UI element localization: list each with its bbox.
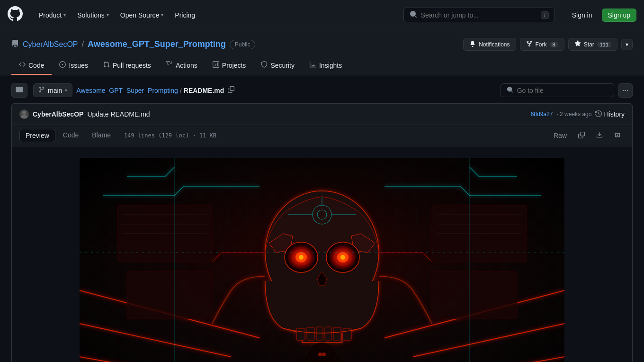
branch-name: main [48, 87, 62, 94]
svg-rect-36 [325, 327, 331, 340]
file-actions-right: Raw [550, 130, 625, 142]
svg-point-46 [322, 353, 326, 356]
more-options-button[interactable]: ··· [618, 83, 633, 98]
readme-banner-image [80, 158, 564, 362]
add-star-button[interactable]: ▾ [621, 39, 633, 50]
svg-rect-34 [307, 327, 314, 340]
repo-path-link[interactable]: Awesome_GPT_Super_Prompting [76, 87, 178, 94]
tab-projects-label: Projects [222, 62, 246, 69]
commit-meta: 68d9a27 · 2 weeks ago History [531, 110, 625, 118]
signup-button[interactable]: Sign up [602, 9, 636, 22]
fork-button[interactable]: Fork 8 [520, 38, 564, 51]
tab-projects[interactable]: Projects [205, 56, 254, 75]
tab-security[interactable]: Security [253, 56, 302, 75]
search-icon [410, 10, 417, 19]
outline-button[interactable] [610, 130, 625, 142]
copy-raw-button[interactable] [574, 130, 589, 142]
path-separator: / [180, 87, 182, 94]
history-icon [595, 110, 602, 118]
notifications-label: Notifications [479, 41, 510, 48]
file-name: README.md [184, 87, 224, 94]
author-avatar [19, 109, 29, 119]
svg-rect-33 [296, 328, 305, 340]
svg-point-45 [318, 353, 322, 356]
security-icon [261, 61, 268, 69]
file-toolbar: main ▾ Awesome_GPT_Super_Prompting / REA… [11, 83, 633, 98]
search-bar[interactable]: / [403, 8, 555, 22]
tab-actions[interactable]: Actions [159, 56, 205, 75]
chevron-down-icon: ▾ [107, 12, 109, 18]
fork-label: Fork [536, 41, 547, 48]
svg-rect-16 [127, 272, 212, 319]
tab-preview-label: Preview [26, 132, 49, 139]
issues-icon [59, 61, 66, 69]
tab-actions-label: Actions [176, 62, 197, 69]
top-nav: Product ▾ Solutions ▾ Open Source ▾ Pric… [0, 0, 644, 30]
tab-pullrequests[interactable]: Pull requests [96, 56, 159, 75]
github-logo[interactable] [8, 6, 23, 24]
svg-rect-35 [316, 327, 323, 340]
commit-time: · 2 weeks ago [556, 111, 591, 118]
history-label: History [604, 110, 625, 118]
nav-product-label: Product [39, 11, 62, 19]
download-button[interactable] [592, 130, 607, 142]
tab-pullrequests-label: Pull requests [113, 62, 151, 69]
chevron-down-icon: ▾ [161, 12, 163, 18]
bell-icon [469, 40, 476, 48]
history-button[interactable]: History [595, 110, 625, 118]
star-button[interactable]: Star 111 [568, 38, 617, 51]
go-to-file-bar[interactable] [501, 83, 614, 97]
file-stats: 149 lines (129 loc) · 11 KB [124, 132, 216, 139]
readme-content [12, 146, 632, 362]
repo-owner[interactable]: CyberAlbSecOP [23, 40, 78, 49]
repo-breadcrumb: CyberAlbSecOP / Awesome_GPT_Super_Prompt… [11, 38, 633, 51]
repo-header: CyberAlbSecOP / Awesome_GPT_Super_Prompt… [0, 30, 644, 75]
code-icon [19, 61, 26, 69]
repo-tabs: Code Issues Pull requests [11, 56, 633, 75]
commit-author[interactable]: CyberAlbSecOP [33, 110, 83, 118]
sidebar-toggle-button[interactable] [11, 83, 27, 98]
svg-point-32 [340, 255, 345, 260]
visibility-badge: Public [230, 40, 256, 49]
nav-product[interactable]: Product ▾ [34, 9, 71, 22]
tab-preview[interactable]: Preview [19, 129, 55, 142]
repo-icon [11, 40, 19, 49]
projects-icon [213, 61, 219, 69]
insights-icon [310, 61, 316, 69]
tab-blame[interactable]: Blame [86, 129, 116, 142]
fork-count: 8 [550, 42, 558, 47]
signin-button[interactable]: Sign in [566, 9, 598, 21]
raw-button[interactable]: Raw [550, 130, 571, 141]
svg-rect-17 [432, 272, 517, 319]
notifications-button[interactable]: Notifications [463, 38, 516, 51]
file-content-header: Preview Code Blame 149 lines (129 loc) ·… [11, 125, 633, 146]
star-label: Star [584, 41, 594, 48]
commit-bar: CyberAlbSecOP Update README.md 68d9a27 ·… [11, 103, 633, 125]
repo-actions: Notifications Fork 8 Star 111 [463, 38, 633, 51]
nav-opensource[interactable]: Open Source ▾ [116, 9, 169, 22]
tab-issues[interactable]: Issues [52, 56, 95, 75]
nav-solutions-label: Solutions [77, 11, 105, 19]
tab-code-view[interactable]: Code [57, 129, 84, 142]
nav-pricing-label: Pricing [175, 11, 195, 19]
search-input[interactable] [421, 11, 537, 19]
copy-path-button[interactable] [226, 84, 236, 96]
fork-icon [526, 40, 533, 48]
nav-solutions[interactable]: Solutions ▾ [72, 9, 114, 22]
tab-insights-label: Insights [319, 62, 342, 69]
commit-hash[interactable]: 68d9a27 [531, 111, 553, 118]
tab-issues-label: Issues [69, 62, 88, 69]
tab-code-label: Code [28, 62, 44, 69]
actions-icon [166, 61, 173, 69]
nav-pricing[interactable]: Pricing [170, 9, 200, 22]
repo-name[interactable]: Awesome_GPT_Super_Prompting [88, 39, 226, 49]
branch-selector[interactable]: main ▾ [33, 83, 72, 97]
svg-rect-37 [333, 327, 341, 340]
go-to-file-input[interactable] [517, 87, 608, 94]
branch-chevron-icon: ▾ [65, 88, 67, 93]
nav-auth: Sign in Sign up [566, 9, 636, 22]
file-area: main ▾ Awesome_GPT_Super_Prompting / REA… [0, 75, 644, 362]
chevron-down-icon: ▾ [63, 12, 66, 18]
tab-code[interactable]: Code [11, 56, 52, 75]
tab-insights[interactable]: Insights [302, 56, 349, 75]
